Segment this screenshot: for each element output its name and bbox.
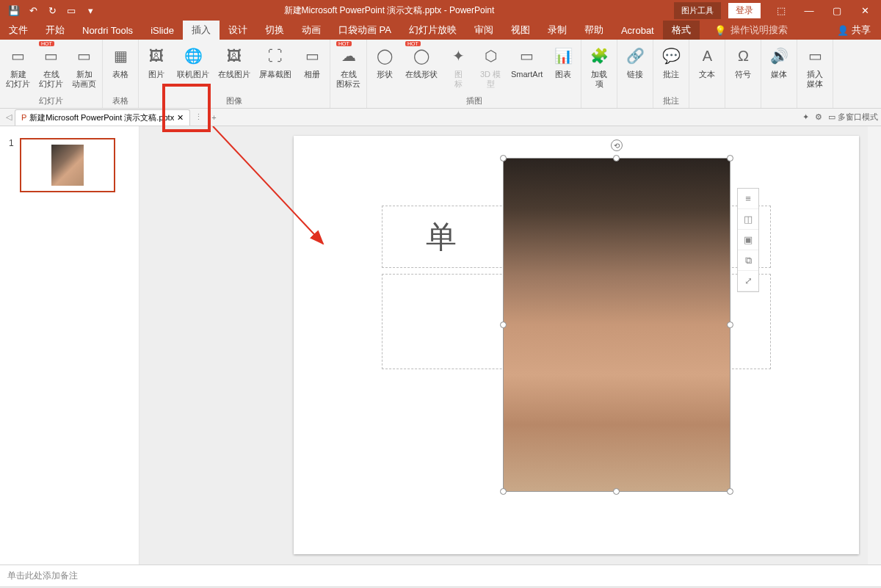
tab-insert[interactable]: 插入 (183, 21, 220, 40)
redo-icon[interactable]: ↻ (44, 2, 60, 18)
document-tab[interactable]: P 新建Microsoft PowerPoint 演示文稿.pptx ✕ (15, 109, 190, 126)
resize-handle-br[interactable] (727, 488, 733, 495)
options-icon[interactable]: ✦ (802, 112, 809, 122)
tell-me-search[interactable]: 💡 操作说明搜索 (700, 23, 827, 37)
online-shapes-label: 在线形状 (405, 70, 438, 79)
comment-icon: 💬 (659, 44, 683, 68)
add-tab-icon[interactable]: + (207, 113, 220, 122)
start-icon[interactable]: ▭ (63, 2, 79, 18)
expand-icon[interactable]: ≡ (738, 189, 758, 209)
media-label: 媒体 (771, 70, 787, 79)
icons-label: 图 标 (454, 70, 463, 89)
tab-file[interactable]: 文件 (0, 21, 37, 40)
chart-label: 图表 (555, 70, 571, 79)
tab-nav-icon[interactable]: ◁ (3, 112, 15, 122)
insert-media-label: 插入 媒体 (807, 70, 823, 89)
ribbon-options-icon[interactable]: ⬚ (768, 1, 794, 20)
media-button[interactable]: 🔊媒体 (763, 43, 795, 105)
chart-button[interactable]: 📊图表 (547, 43, 579, 94)
slide-thumbnail[interactable]: 1 (9, 138, 130, 192)
online-slide-label: 在线 幻灯片 (39, 70, 63, 89)
multi-window-icon[interactable]: ▭ 多窗口模式 (828, 112, 878, 123)
insert-media-button[interactable]: ▭插入 媒体 (799, 43, 831, 105)
resize-handle-tc[interactable] (613, 155, 620, 161)
close-tab-icon[interactable]: ✕ (177, 113, 184, 123)
group-images-label: 图像 (140, 94, 328, 108)
layout-icon[interactable]: ◫ (738, 209, 758, 230)
group-slides-label: 幻灯片 (1, 94, 101, 108)
online-slide-button[interactable]: ▭在线 幻灯片 (35, 43, 68, 90)
tell-me-label: 操作说明搜索 (730, 23, 788, 37)
reset-icon[interactable]: ⤢ (738, 271, 758, 291)
table-button[interactable]: ▦表格 (104, 43, 137, 94)
shapes-label: 形状 (377, 70, 393, 79)
tab-islide[interactable]: iSlide (142, 21, 183, 40)
resize-handle-bl[interactable] (500, 488, 507, 495)
tab-home[interactable]: 开始 (37, 21, 73, 40)
resize-handle-tr[interactable] (727, 155, 733, 161)
online-shapes-button[interactable]: ◯在线形状 (401, 43, 442, 81)
icon-cloud-button[interactable]: ☁在线 图标云 (332, 43, 365, 90)
tab-format[interactable]: 格式 (663, 21, 700, 40)
slide-canvas[interactable]: 单 标题 ⟲ ≡ ◫ ▣ ⧉ ⤢ (294, 136, 859, 554)
multi-window-label: 多窗口模式 (838, 112, 878, 121)
resize-handle-bc[interactable] (613, 488, 620, 495)
resize-handle-ml[interactable] (500, 322, 507, 328)
selected-image[interactable]: ⟲ ≡ ◫ ▣ ⧉ ⤢ (503, 158, 730, 492)
ribbon-tabs: 文件 开始 Nordri Tools iSlide 插入 设计 切换 动画 口袋… (0, 21, 881, 40)
tab-menu-icon[interactable]: ⋮ (190, 112, 207, 122)
notes-pane[interactable]: 单击此处添加备注 (0, 565, 881, 587)
tab-view[interactable]: 视图 (502, 21, 539, 40)
online-pic-button[interactable]: 🖼在线图片 (214, 43, 255, 94)
symbol-button[interactable]: Ω符号 (727, 43, 759, 105)
gear-icon[interactable]: ⚙ (815, 112, 822, 122)
resize-handle-tl[interactable] (500, 155, 507, 161)
crop-icon[interactable]: ▣ (738, 230, 758, 250)
qat-dropdown-icon[interactable]: ▾ (82, 2, 98, 18)
tab-transitions[interactable]: 切换 (256, 21, 293, 40)
new-slide-button[interactable]: ▭新建 幻灯片 (1, 43, 35, 94)
comment-button[interactable]: 💬批注 (655, 43, 687, 94)
tab-slideshow[interactable]: 幻灯片放映 (400, 21, 465, 40)
text-button[interactable]: A文本 (691, 43, 723, 105)
icon-cloud-label: 在线 图标云 (336, 70, 360, 89)
shapes-icon: ◯ (373, 44, 396, 68)
tab-pa[interactable]: 口袋动画 PA (330, 21, 400, 40)
add-anim-label: 新加 动画页 (72, 70, 96, 89)
tab-design[interactable]: 设计 (220, 21, 256, 40)
save-icon[interactable]: 💾 (6, 2, 22, 18)
picture-button[interactable]: 🖼图片 (140, 43, 173, 94)
tab-nordri[interactable]: Nordri Tools (73, 21, 142, 40)
addins-button[interactable]: 🧩加载 项 (583, 43, 615, 105)
maximize-icon[interactable]: ▢ (824, 1, 850, 20)
link-icon: 🔗 (623, 44, 647, 68)
album-label: 相册 (304, 70, 320, 79)
copy-icon[interactable]: ⧉ (738, 250, 758, 271)
rotate-handle[interactable]: ⟲ (611, 139, 623, 151)
tab-help[interactable]: 帮助 (576, 21, 612, 40)
link-label: 链接 (627, 70, 643, 79)
login-button[interactable]: 登录 (728, 3, 761, 18)
resize-handle-mr[interactable] (727, 322, 733, 328)
close-icon[interactable]: ✕ (852, 1, 878, 20)
minimize-icon[interactable]: — (796, 1, 822, 20)
share-button[interactable]: 👤 共享 (827, 23, 881, 37)
add-anim-page-button[interactable]: ▭新加 动画页 (68, 43, 101, 94)
online-picture-button[interactable]: 🌐联机图片 (173, 43, 214, 94)
shapes-button[interactable]: ◯形状 (369, 43, 401, 94)
3d-icon: ⬡ (479, 44, 502, 68)
title-bar: 💾 ↶ ↻ ▭ ▾ 新建Microsoft PowerPoint 演示文稿.pp… (0, 0, 881, 21)
3d-model-button[interactable]: ⬡3D 模 型 (474, 43, 507, 94)
linkpic-label: 联机图片 (177, 70, 209, 79)
screenshot-button[interactable]: ⛶屏幕截图 (255, 43, 296, 94)
icons-button[interactable]: ✦图 标 (442, 43, 474, 94)
tab-record[interactable]: 录制 (539, 21, 576, 40)
link-button[interactable]: 🔗链接 (619, 43, 651, 105)
tab-acrobat[interactable]: Acrobat (612, 21, 663, 40)
vertical-scrollbar[interactable] (868, 126, 881, 565)
tab-animations[interactable]: 动画 (293, 21, 330, 40)
undo-icon[interactable]: ↶ (25, 2, 41, 18)
smartart-button[interactable]: ▭SmartArt (507, 43, 547, 94)
album-button[interactable]: ▭相册 (296, 43, 328, 94)
tab-review[interactable]: 审阅 (465, 21, 502, 40)
